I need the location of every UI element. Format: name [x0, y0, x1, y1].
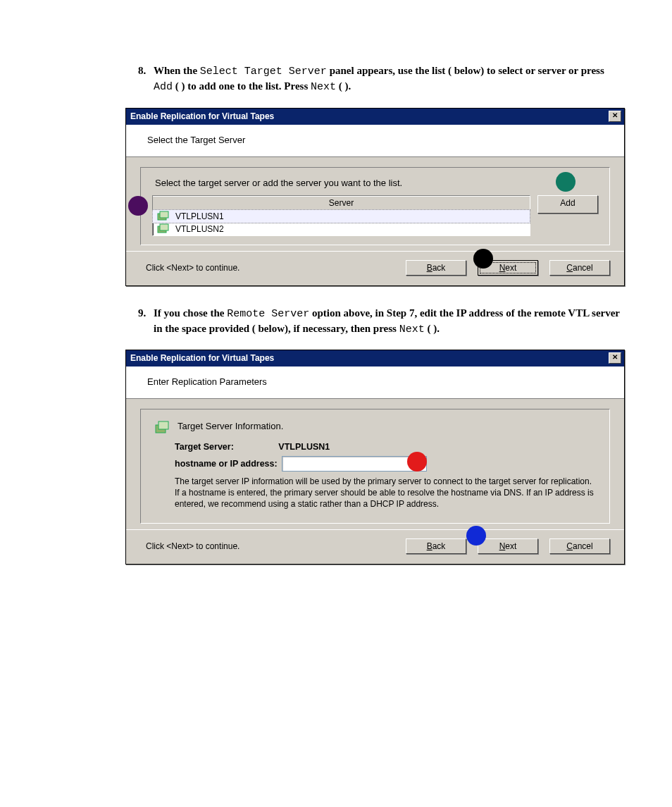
- dialog-body: Target Server Information. Target Server…: [126, 399, 624, 529]
- dialog-subheader: Select the Target Server: [126, 125, 624, 157]
- server-name: VTLPLUSN1: [175, 211, 224, 221]
- step-8-text-a: When the: [154, 65, 200, 76]
- step-8-text-b: panel appears, use the list ( below) to …: [327, 65, 604, 76]
- step-8-number: 8.: [138, 63, 146, 78]
- step-8-code-select: Select Target Server: [200, 66, 327, 78]
- server-row-2[interactable]: VTLPLUSN2: [153, 223, 530, 235]
- step-8: 8. When the Select Target Server panel a…: [154, 63, 623, 95]
- cancel-button[interactable]: Cancel: [549, 538, 610, 554]
- step-8-code-add: Add: [154, 81, 173, 93]
- page: 8. When the Select Target Server panel a…: [0, 0, 672, 565]
- marker-teal: [556, 172, 575, 192]
- step-9-text-a: If you chose the: [154, 307, 227, 319]
- step-9: 9. If you chose the Remote Server option…: [154, 306, 623, 338]
- cancel-button[interactable]: Cancel: [549, 260, 610, 276]
- server-column-header: Server: [153, 196, 530, 210]
- step-9-code-remote: Remote Server: [227, 308, 309, 320]
- dialog-title: Enable Replication for Virtual Tapes: [130, 353, 274, 363]
- marker-purple: [128, 196, 148, 216]
- server-row-1[interactable]: VTLPLUSN1: [152, 209, 530, 223]
- add-button[interactable]: Add: [537, 195, 598, 214]
- close-button[interactable]: ✕: [609, 352, 621, 364]
- marker-red: [407, 452, 427, 472]
- dialog-body: Select the target server or add the serv…: [126, 157, 624, 251]
- ip-label: hostname or IP address:: [175, 459, 278, 469]
- titlebar: Enable Replication for Virtual Tapes ✕: [126, 350, 624, 366]
- svg-rect-3: [160, 224, 168, 230]
- footer-hint: Click <Next> to continue.: [146, 263, 406, 273]
- next-button[interactable]: Next: [478, 538, 538, 554]
- select-panel: Select the target server or add the serv…: [140, 167, 610, 245]
- svg-rect-1: [160, 211, 168, 218]
- dialog-replication-parameters: Enable Replication for Virtual Tapes ✕ E…: [125, 350, 625, 565]
- titlebar: Enable Replication for Virtual Tapes ✕: [126, 109, 624, 125]
- target-server-value: VTLPLUSN1: [278, 442, 330, 452]
- target-server-label: Target Server:: [175, 442, 234, 452]
- dialog-title: Enable Replication for Virtual Tapes: [130, 111, 274, 121]
- params-panel: Target Server Information. Target Server…: [140, 409, 610, 524]
- marker-black: [473, 249, 493, 269]
- ip-description: The target server IP information will be…: [175, 476, 595, 510]
- server-list[interactable]: Server VTLPLUSN1 VTLPLUSN2: [152, 195, 530, 236]
- dialog-footer: Click <Next> to continue. Back Next Canc…: [126, 529, 624, 564]
- dialog-subheader: Enter Replication Parameters: [126, 366, 624, 399]
- close-button[interactable]: ✕: [609, 111, 621, 122]
- server-icon: [157, 211, 170, 222]
- marker-blue: [466, 526, 486, 546]
- step-9-code-next: Next: [399, 324, 425, 335]
- server-icon: [155, 421, 170, 435]
- dialog-footer: Click <Next> to continue. Back Next Canc…: [126, 251, 624, 285]
- svg-rect-5: [158, 421, 168, 429]
- step-8-text-d: ( ).: [336, 80, 351, 92]
- dialog-select-target-server: Enable Replication for Virtual Tapes ✕ S…: [125, 108, 625, 286]
- section-heading: Target Server Information.: [178, 421, 283, 431]
- instruction-text: Select the target server or add the serv…: [155, 178, 598, 188]
- ip-address-input[interactable]: [282, 456, 427, 472]
- server-icon: [157, 223, 170, 235]
- step-9-number: 9.: [138, 306, 146, 320]
- server-name: VTLPLUSN2: [175, 224, 224, 234]
- step-9-text-c: ( ).: [425, 323, 440, 334]
- step-8-text-c: ( ) to add one to the list. Press: [173, 80, 311, 92]
- back-button[interactable]: Back: [406, 538, 466, 554]
- footer-hint: Click <Next> to continue.: [146, 541, 406, 551]
- back-button[interactable]: Back: [406, 260, 466, 276]
- step-8-code-next: Next: [311, 81, 336, 93]
